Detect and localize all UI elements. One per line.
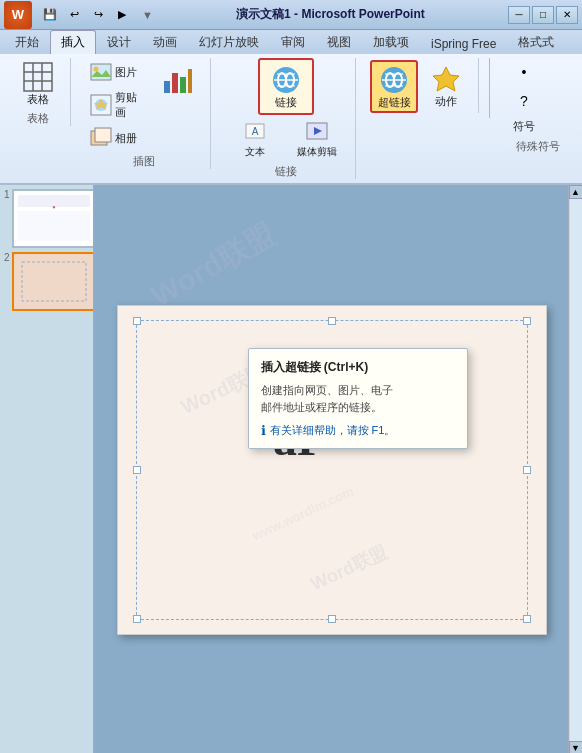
ribbon-group-links: 链接 A 文本	[217, 58, 356, 179]
album-label: 相册	[115, 131, 137, 146]
canvas-area: Word联盟 www.wordlm.com Word联盟 www.wordlm.…	[95, 185, 568, 753]
minimize-button[interactable]: ─	[508, 6, 530, 24]
tab-design[interactable]: 设计	[96, 30, 142, 54]
tab-format[interactable]: 格式式	[507, 30, 565, 54]
svg-rect-35	[18, 211, 90, 241]
clipart-label: 剪贴画	[115, 90, 147, 120]
hyperlink-label: 超链接	[378, 96, 411, 109]
svg-marker-32	[433, 67, 459, 91]
tab-start[interactable]: 开始	[4, 30, 50, 54]
quick-redo[interactable]: ↪	[88, 5, 108, 25]
slide-1-thumb[interactable]: ♥	[12, 189, 95, 248]
insert-album-button[interactable]: 相册	[85, 124, 152, 152]
slide-1-container: 1 ♥	[4, 189, 89, 248]
scroll-up-button[interactable]: ▲	[569, 185, 583, 199]
tooltip-title: 插入超链接 (Ctrl+K)	[261, 359, 455, 376]
link-large-button[interactable]: 链接	[262, 62, 310, 111]
tooltip-help: ℹ 有关详细帮助，请按 F1。	[261, 423, 455, 438]
slide-panel: 1 ♥ 2	[0, 185, 95, 753]
quick-undo[interactable]: ↩	[64, 5, 84, 25]
svg-text:A: A	[252, 126, 259, 137]
tooltip-help-text: 有关详细帮助，请按 F1。	[270, 423, 396, 438]
handle-bm[interactable]	[328, 615, 336, 623]
bullet-icon: •	[513, 61, 535, 83]
media-label: 媒体剪辑	[297, 145, 337, 159]
insert-table-button[interactable]: 表格	[14, 58, 62, 109]
insert-link-button[interactable]: 链接	[258, 58, 314, 115]
slide-canvas: Word联盟 www.wordlm.com Word联盟 aF	[117, 305, 547, 635]
insert-chart-button[interactable]	[154, 60, 202, 98]
symbols-buttons: • ? 符号	[508, 58, 568, 137]
clipart-icon	[90, 94, 112, 116]
svg-rect-0	[24, 63, 52, 91]
symbol-label: 符号	[513, 119, 535, 134]
title-bar: W 💾 ↩ ↪ ▶ ▼ 演示文稿1 - Microsoft PowerPoint…	[0, 0, 582, 30]
action-icon	[430, 63, 462, 95]
slide-2-container: 2	[4, 252, 89, 311]
slide-2-inner	[14, 254, 94, 309]
handle-ml[interactable]	[133, 466, 141, 474]
hyperlink-button[interactable]: 超链接	[370, 60, 418, 113]
handle-mr[interactable]	[523, 466, 531, 474]
handle-bl[interactable]	[133, 615, 141, 623]
svg-rect-12	[164, 81, 170, 93]
svg-rect-5	[91, 64, 111, 80]
handle-tr[interactable]	[523, 317, 531, 325]
tab-ispring[interactable]: iSpring Free	[420, 33, 507, 54]
symbol-text-button[interactable]: 符号	[508, 116, 568, 137]
tab-insert[interactable]: 插入	[50, 30, 96, 54]
table-label: 表格	[27, 93, 49, 106]
media-icon	[306, 120, 328, 142]
table-group-label: 表格	[27, 109, 49, 126]
hyperlink-tooltip: 插入超链接 (Ctrl+K) 创建指向网页、图片、电子邮件地址或程序的链接。 ℹ…	[248, 348, 468, 449]
scroll-down-button[interactable]: ▼	[569, 741, 583, 753]
svg-rect-15	[188, 69, 192, 93]
scroll-track[interactable]	[570, 199, 582, 741]
quick-save[interactable]: 💾	[40, 5, 60, 25]
watermark-1: Word联盟	[144, 214, 282, 318]
symbol-bullet-button[interactable]: •	[508, 58, 568, 86]
window-controls: ─ □ ✕	[508, 6, 578, 24]
slide-1-inner: ♥	[14, 191, 94, 246]
handle-tl[interactable]	[133, 317, 141, 325]
tab-slideshow[interactable]: 幻灯片放映	[188, 30, 270, 54]
office-button[interactable]: W	[4, 1, 32, 29]
table-icon	[22, 61, 54, 93]
tab-review[interactable]: 审阅	[270, 30, 316, 54]
insert-picture-button[interactable]: 图片	[85, 58, 152, 86]
tab-animation[interactable]: 动画	[142, 30, 188, 54]
tooltip-desc: 创建指向网页、图片、电子邮件地址或程序的链接。	[261, 382, 455, 415]
slide-1-num: 1	[4, 189, 10, 200]
svg-text:♥: ♥	[52, 204, 55, 210]
insert-clipart-button[interactable]: 剪贴画	[85, 87, 152, 123]
link-label: 链接	[275, 96, 297, 109]
action-button[interactable]: 动作	[422, 60, 470, 113]
ribbon-content: 表格 表格 图片	[0, 54, 582, 183]
handle-br[interactable]	[523, 615, 531, 623]
tab-addins[interactable]: 加载项	[362, 30, 420, 54]
close-button[interactable]: ✕	[556, 6, 578, 24]
dropdown-arrow[interactable]: ▼	[142, 9, 153, 21]
slide-2-num: 2	[4, 252, 10, 263]
album-icon	[90, 127, 112, 149]
window-title: 演示文稿1 - Microsoft PowerPoint	[153, 6, 508, 23]
ribbon: 表格 表格 图片	[0, 54, 582, 185]
symbol-question-button[interactable]: ?	[508, 87, 568, 115]
text-label: 文本	[245, 145, 265, 159]
insert-text-button[interactable]: A 文本	[225, 117, 285, 162]
ribbon-group-illustration: 图片 剪贴画	[77, 58, 211, 169]
ribbon-group-hyperlink: 超链接 动作	[362, 58, 479, 113]
main-content: 1 ♥ 2	[0, 185, 582, 753]
insert-media-button[interactable]: 媒体剪辑	[287, 117, 347, 162]
slide-2-thumb[interactable]	[12, 252, 95, 311]
illus-buttons: 图片 剪贴画	[85, 58, 202, 152]
text-icon: A	[244, 120, 266, 142]
handle-tm[interactable]	[328, 317, 336, 325]
picture-label: 图片	[115, 65, 137, 80]
vertical-scrollbar: ▲ ▼	[568, 185, 582, 753]
maximize-button[interactable]: □	[532, 6, 554, 24]
links-group-label: 链接	[275, 162, 297, 179]
tab-view[interactable]: 视图	[316, 30, 362, 54]
info-icon: ℹ	[261, 423, 266, 438]
quick-preview[interactable]: ▶	[112, 5, 132, 25]
